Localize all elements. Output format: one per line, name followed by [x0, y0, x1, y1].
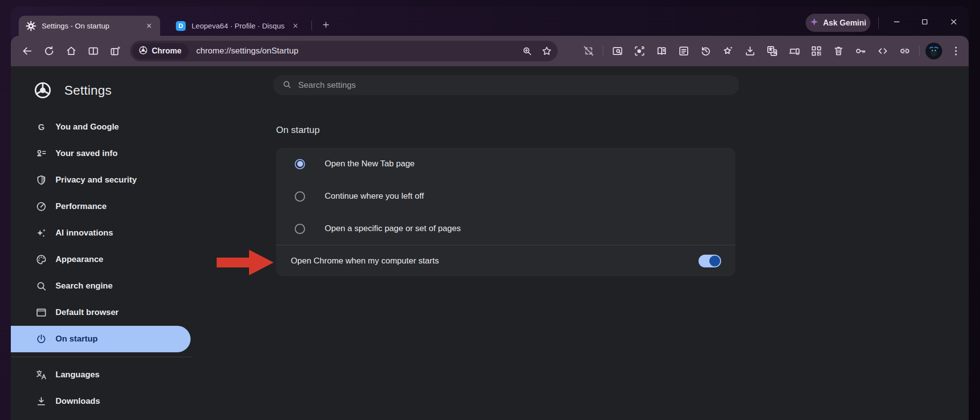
toolbar-divider [599, 40, 606, 62]
sidebar-item-label: You and Google [56, 122, 119, 132]
annotation-arrow-icon [217, 250, 274, 275]
site-chip-label: Chrome [152, 47, 181, 55]
sidebar-item-search-engine[interactable]: Search engine [11, 273, 206, 299]
tab-close-icon[interactable] [142, 20, 155, 32]
sidebar-item-label: Appearance [56, 255, 103, 264]
startup-option-row[interactable]: Open a specific page or set of pages [276, 212, 735, 245]
open-chrome-on-boot-toggle[interactable] [699, 255, 721, 267]
sidebar-item-languages[interactable]: Languages [11, 362, 206, 388]
tab-preview-icon[interactable] [606, 40, 628, 62]
search-icon [282, 79, 292, 91]
reading-list-icon[interactable] [672, 40, 695, 62]
search-settings-input[interactable]: Search settings [273, 75, 739, 95]
bookmark-star-icon[interactable] [537, 41, 557, 61]
sidebar-item-label: On startup [56, 334, 98, 344]
sidebar-item-label: Performance [56, 202, 107, 211]
google-g-icon: G [35, 121, 47, 133]
option-label: Open a specific page or set of pages [325, 224, 461, 234]
sidebar-item-downloads[interactable]: Downloads [11, 388, 206, 415]
toggle-knob [709, 256, 720, 266]
tab-close-icon[interactable] [289, 20, 302, 32]
sidebar-item-label: Default browser [56, 308, 118, 317]
tab-disqus[interactable]: D Leopeva64 · Profile · Disqus [168, 16, 307, 36]
radio-selected-icon[interactable] [295, 159, 305, 169]
disqus-favicon: D [175, 21, 186, 31]
maximize-button[interactable] [914, 11, 935, 32]
minimize-button[interactable] [886, 11, 907, 32]
languages-icon [35, 369, 47, 381]
svg-text:G: G [38, 123, 44, 132]
site-chip[interactable]: Chrome [133, 43, 189, 59]
sidebar-item-label: Search engine [56, 281, 112, 291]
speedometer-icon [35, 201, 47, 212]
toolbar: Chrome chrome://settings/onStartup [11, 36, 969, 66]
sidebar-item-your-saved-info[interactable]: Your saved info [11, 140, 206, 167]
avatar [925, 43, 942, 59]
new-tab-button[interactable] [318, 17, 334, 32]
sidebar-item-appearance[interactable]: Appearance [11, 246, 206, 273]
toolbar-divider [916, 40, 923, 62]
settings-sidebar: Settings GYou and GoogleYour saved infoP… [11, 66, 206, 420]
lens-icon[interactable] [628, 40, 650, 62]
sidebar-item-performance[interactable]: Performance [11, 193, 206, 220]
chrome-logo-icon [139, 46, 148, 57]
option-label: Continue where you left off [325, 191, 424, 201]
sidebar-item-you-and-google[interactable]: GYou and Google [11, 114, 206, 140]
copy-link-icon[interactable] [894, 40, 916, 62]
extensions-off-icon[interactable] [577, 40, 599, 62]
saved-info-icon [35, 148, 47, 159]
side-panel-sparkle-icon[interactable] [104, 40, 126, 62]
radio-unselected-icon[interactable] [295, 224, 305, 234]
bookmark-sparkle-icon[interactable] [717, 40, 739, 62]
profile-avatar[interactable] [923, 40, 945, 62]
passwords-key-icon[interactable] [849, 40, 871, 62]
caption-divider [878, 17, 879, 29]
sidebar-menu: GYou and GoogleYour saved infoPrivacy an… [11, 114, 206, 415]
sidebar-item-privacy-and-security[interactable]: Privacy and security [11, 167, 206, 193]
settings-page: Settings GYou and GoogleYour saved infoP… [11, 66, 969, 420]
sidebar-item-label: Downloads [56, 396, 100, 406]
sidebar-item-label: Privacy and security [56, 175, 137, 185]
ai-sparkle-icon [35, 227, 47, 239]
split-view-icon[interactable] [82, 40, 104, 62]
search-icon [35, 280, 47, 292]
section-title: On startup [276, 123, 320, 137]
send-to-devices-icon[interactable] [783, 40, 805, 62]
on-startup-card: Open the New Tab pageContinue where you … [276, 148, 735, 276]
startup-option-row[interactable]: Open the New Tab page [276, 148, 735, 180]
sidebar-item-on-startup[interactable]: On startup [11, 326, 191, 352]
home-icon[interactable] [60, 40, 82, 62]
menu-kebab-icon[interactable] [945, 40, 967, 62]
sidebar-item-label: AI innovations [56, 228, 113, 238]
zoom-in-icon[interactable] [517, 41, 537, 61]
page-title: Settings [64, 83, 112, 98]
reload-icon[interactable] [38, 40, 60, 62]
dev-code-icon[interactable] [871, 40, 894, 62]
delete-history-icon[interactable] [827, 40, 849, 62]
translate-icon[interactable] [761, 40, 783, 62]
tab-title: Leopeva64 · Profile · Disqus [192, 22, 289, 30]
startup-option-row[interactable]: Continue where you left off [276, 180, 735, 212]
url-text[interactable]: chrome://settings/onStartup [196, 46, 517, 56]
gemini-sparkle-icon [810, 17, 819, 28]
shield-icon [35, 174, 47, 186]
tab-settings[interactable]: Settings - On startup [19, 16, 160, 36]
address-bar[interactable]: Chrome chrome://settings/onStartup [130, 41, 558, 61]
sidebar-item-default-browser[interactable]: Default browser [11, 299, 206, 326]
back-icon[interactable] [16, 40, 38, 62]
settings-gear-favicon [26, 21, 36, 31]
radio-unselected-icon[interactable] [295, 191, 305, 202]
sidebar-item-label: Languages [56, 370, 100, 380]
reading-mode-icon[interactable] [650, 40, 672, 62]
tab-strip: Settings - On startup D Leopeva64 · Prof… [11, 6, 969, 36]
chrome-logo-icon [33, 81, 52, 100]
open-chrome-on-boot-row[interactable]: Open Chrome when my computer starts [276, 245, 735, 276]
ask-gemini-button[interactable]: Ask Gemini [806, 14, 870, 32]
downloads-tray-icon[interactable] [739, 40, 761, 62]
history-icon[interactable] [695, 40, 717, 62]
search-placeholder: Search settings [298, 80, 356, 90]
sidebar-item-ai-innovations[interactable]: AI innovations [11, 220, 206, 246]
qr-code-icon[interactable] [805, 40, 827, 62]
close-button[interactable] [943, 11, 964, 32]
tab-divider [311, 21, 312, 30]
